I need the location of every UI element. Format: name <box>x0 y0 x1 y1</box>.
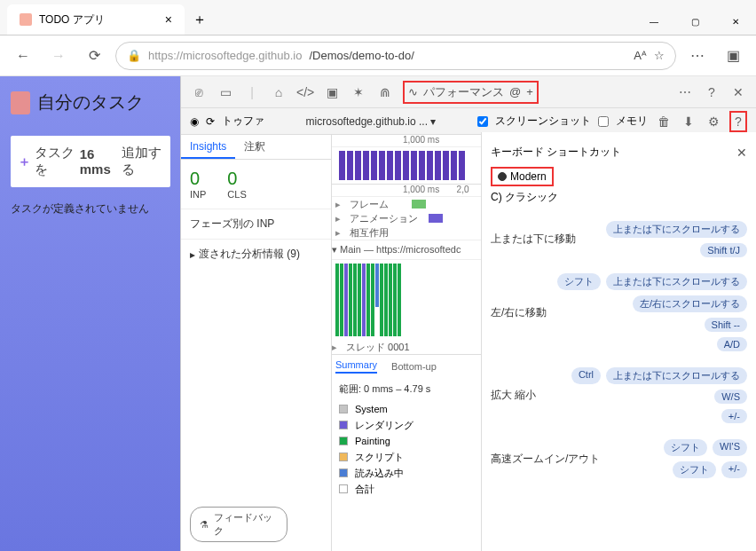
browser-tab[interactable]: TODO アプリ × <box>7 4 185 35</box>
clipboard-icon <box>11 91 30 114</box>
device-icon[interactable]: ▭ <box>217 85 234 99</box>
plus-small-icon[interactable]: + <box>526 85 533 98</box>
home-icon[interactable]: ⌂ <box>270 85 287 99</box>
shortcut-chip: +/- <box>721 409 747 423</box>
tab-bottomup[interactable]: Bottom-up <box>391 361 437 372</box>
window-controls: — ▢ ✕ <box>634 8 756 35</box>
feedback-button[interactable]: ⚗ フィードバック <box>190 507 287 542</box>
shortcut-chip: W/S <box>714 390 747 404</box>
plus-icon: ＋ <box>18 153 31 170</box>
address-bar: ← → ⟳ 🔒 https://microsoftedge.github.io/… <box>0 35 756 76</box>
bug-icon[interactable]: ✶ <box>350 85 367 99</box>
reader-icon[interactable]: Aᴬ <box>634 49 647 62</box>
console-icon[interactable]: ▣ <box>323 85 341 99</box>
shortcuts-help-button[interactable]: ? <box>729 111 747 132</box>
add-task-input[interactable]: ＋ タスクを 16 mms 追加する <box>11 136 170 187</box>
tab-annotations[interactable]: 注釈 <box>235 135 274 159</box>
preset-modern-radio[interactable]: Modern <box>491 167 554 186</box>
url-host: https://microsoftedge.github.io <box>148 49 302 62</box>
code-icon[interactable]: </> <box>296 85 314 99</box>
more-icon[interactable]: ⋯ <box>676 85 694 99</box>
shortcut-row: 上または下に移動上または下にスクロールするShift t/J <box>491 221 747 257</box>
trash-icon[interactable]: 🗑 <box>655 114 673 129</box>
shortcut-chip: Shift t/J <box>700 243 747 257</box>
todo-app: 自分のタスク ＋ タスクを 16 mms 追加する タスクが定義されていません <box>0 76 180 551</box>
shortcut-chip: 上または下にスクロールする <box>606 221 747 238</box>
screenshot-checkbox[interactable] <box>477 116 488 127</box>
perf-toolbar: ◉ ⟳ トゥファ microsoftedge.github.io ... ▾ ス… <box>181 108 756 135</box>
minimize-button[interactable]: — <box>634 8 674 35</box>
favicon-icon <box>20 13 32 26</box>
title-bar: TODO アプリ × ＋ — ▢ ✕ <box>0 0 756 35</box>
host-label: microsoftedge.github.io ... ▾ <box>272 115 470 128</box>
profile-name[interactable]: トゥファ <box>222 114 264 129</box>
shortcut-chip: +/- <box>721 461 747 478</box>
insight-passed[interactable]: ▸渡された分析情報 (9) <box>181 239 331 269</box>
shortcut-row: 高速ズームイン/アウトシフトWI'Sシフト+/- <box>491 439 747 478</box>
url-path: /Demos/demo-to-do/ <box>309 49 414 62</box>
maximize-button[interactable]: ▢ <box>674 8 715 35</box>
lock-icon: 🔒 <box>127 49 141 62</box>
insight-phase-inp[interactable]: フェーズ別の INP <box>181 209 331 239</box>
shortcut-chip: Ctrl <box>571 367 601 384</box>
preset-classic-radio[interactable]: C) クラシック <box>491 190 747 205</box>
insights-panel: Insights 注釈 0INP 0CLS フェーズ別の INP ▸渡された分析… <box>181 135 332 551</box>
inspect-icon[interactable]: ⎚ <box>190 85 208 99</box>
url-input[interactable]: 🔒 https://microsoftedge.github.io/Demos/… <box>115 42 676 70</box>
devtools-toolbar: ⎚ ▭ | ⌂ </> ▣ ✶ ⋒ ∿ パフォーマンス @ + ⋯ ? ✕ <box>181 76 756 108</box>
tab-summary[interactable]: Summary <box>335 359 377 374</box>
tab-title: TODO アプリ <box>39 12 105 28</box>
memory-checkbox[interactable] <box>598 116 609 127</box>
perf-icon: ∿ <box>408 85 418 98</box>
radio-icon <box>498 172 507 181</box>
devtools: ⎚ ▭ | ⌂ </> ▣ ✶ ⋒ ∿ パフォーマンス @ + ⋯ ? ✕ ◉ … <box>180 76 756 551</box>
shortcut-row: 左/右に移動シフト上または下にスクロールする左/右にスクロールするShift -… <box>491 273 747 351</box>
forward-button: → <box>44 42 73 70</box>
record-button[interactable]: ◉ <box>190 115 199 128</box>
download-icon[interactable]: ⬇ <box>680 114 697 129</box>
shortcut-chip: A/D <box>717 337 747 351</box>
menu-icon[interactable]: ⋯ <box>683 42 712 70</box>
shortcut-chip: 左/右にスクロールする <box>633 295 747 312</box>
shortcuts-panel: キーボード ショートカット ✕ Modern C) クラシック 上または下に移動… <box>481 132 756 551</box>
shortcut-chip: WI'S <box>713 439 747 456</box>
reload-record-button[interactable]: ⟳ <box>206 115 215 128</box>
shortcut-chip: シフト <box>557 273 601 290</box>
new-tab-button[interactable]: ＋ <box>185 4 215 35</box>
page-title: 自分のタスク <box>11 91 180 114</box>
tab-insights[interactable]: Insights <box>181 135 235 159</box>
flask-icon: ⚗ <box>200 519 209 531</box>
network-icon[interactable]: ⋒ <box>376 85 394 99</box>
help-icon[interactable]: ? <box>703 85 721 99</box>
shortcut-chip: シフト <box>664 439 707 456</box>
empty-state: タスクが定義されていません <box>11 201 180 216</box>
shortcuts-close-icon[interactable]: ✕ <box>736 146 747 160</box>
dev-panel-icon[interactable]: ▣ <box>719 42 747 70</box>
shortcut-chip: 上または下にスクロールする <box>606 273 747 290</box>
performance-tab[interactable]: ∿ パフォーマンス @ + <box>403 81 539 104</box>
favorite-icon[interactable]: ☆ <box>654 49 665 62</box>
back-button[interactable]: ← <box>9 42 37 70</box>
shortcut-chip: 上または下にスクロールする <box>606 367 747 384</box>
shortcuts-title: キーボード ショートカット <box>491 145 621 160</box>
app-title-text: 自分のタスク <box>37 91 144 114</box>
tab-close-icon[interactable]: × <box>165 12 172 27</box>
close-window-button[interactable]: ✕ <box>715 8 756 35</box>
main-area: 自分のタスク ＋ タスクを 16 mms 追加する タスクが定義されていません … <box>0 76 756 551</box>
shortcut-row: 拡大 縮小Ctrl上または下にスクロールするW/S+/- <box>491 367 747 423</box>
shortcut-chip: Shift -- <box>705 318 747 332</box>
close-devtools-icon[interactable]: ✕ <box>729 85 747 99</box>
settings-icon[interactable]: ⚙ <box>705 114 722 129</box>
refresh-button[interactable]: ⟳ <box>80 42 108 70</box>
shortcut-chip: シフト <box>673 461 716 478</box>
